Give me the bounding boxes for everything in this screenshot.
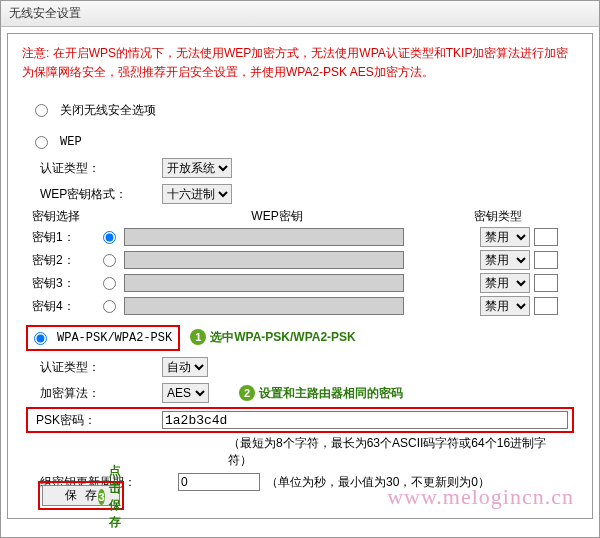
watermark-text: www.melogincn.cn	[387, 484, 574, 510]
callout-1-text: 选中WPA-PSK/WPA2-PSK	[210, 329, 356, 346]
key3-type-select[interactable]: 禁用	[480, 273, 530, 293]
callout-2: 2设置和主路由器相同的密码	[209, 385, 403, 402]
key3-radio[interactable]	[103, 277, 116, 290]
key-row-4: 密钥4： 禁用	[32, 296, 568, 316]
callout-3-text: 点击保存	[109, 463, 130, 531]
wpa-algo-label: 加密算法：	[32, 385, 162, 402]
key3-extra-box[interactable]	[534, 274, 558, 292]
key1-input[interactable]	[124, 228, 404, 246]
callout-2-text: 设置和主路由器相同的密码	[259, 385, 403, 402]
label-disable-security: 关闭无线安全选项	[50, 102, 156, 119]
key2-label: 密钥2：	[32, 252, 94, 269]
key1-extra-box[interactable]	[534, 228, 558, 246]
key4-extra-box[interactable]	[534, 297, 558, 315]
key2-radio[interactable]	[103, 254, 116, 267]
callout-1: 1选中WPA-PSK/WPA2-PSK	[190, 329, 356, 346]
wep-auth-label: 认证类型：	[32, 160, 162, 177]
key1-label: 密钥1：	[32, 229, 94, 246]
key3-label: 密钥3：	[32, 275, 94, 292]
settings-panel: 注意: 在开启WPS的情况下，无法使用WEP加密方式，无法使用WPA认证类型和T…	[7, 33, 593, 519]
callout-1-icon: 1	[190, 329, 206, 345]
key-column-header: WEP密钥	[172, 208, 382, 225]
label-wep: WEP	[50, 135, 82, 149]
window-title: 无线安全设置	[1, 1, 599, 27]
key-row-1: 密钥1： 禁用	[32, 227, 568, 247]
key1-radio[interactable]	[103, 231, 116, 244]
wpa-auth-label: 认证类型：	[32, 359, 162, 376]
note-line-1: 注意: 在开启WPS的情况下，无法使用WEP加密方式，无法使用WPA认证类型和T…	[22, 46, 568, 60]
psk-input[interactable]	[162, 411, 568, 429]
callout-3: 3点击保存	[98, 463, 130, 531]
wpa-auth-select[interactable]: 自动	[162, 357, 208, 377]
callout-3-icon: 3	[98, 489, 105, 505]
key4-label: 密钥4：	[32, 298, 94, 315]
key-type-header: 密钥类型	[468, 208, 568, 225]
note-line-2: 为保障网络安全，强烈推荐开启安全设置，并使用WPA2-PSK AES加密方法。	[22, 65, 434, 79]
key4-input[interactable]	[124, 297, 404, 315]
key1-type-select[interactable]: 禁用	[480, 227, 530, 247]
psk-row-highlight: PSK密码：	[26, 407, 574, 433]
key2-extra-box[interactable]	[534, 251, 558, 269]
key2-input[interactable]	[124, 251, 404, 269]
key2-type-select[interactable]: 禁用	[480, 250, 530, 270]
label-wpa-psk: WPA-PSK/WPA2-PSK	[47, 331, 172, 345]
wep-format-select[interactable]: 十六进制	[162, 184, 232, 204]
wpa-option-highlight: WPA-PSK/WPA2-PSK	[26, 325, 180, 351]
warning-note: 注意: 在开启WPS的情况下，无法使用WEP加密方式，无法使用WPA认证类型和T…	[8, 34, 592, 98]
wep-auth-select[interactable]: 开放系统	[162, 158, 232, 178]
window: 无线安全设置 注意: 在开启WPS的情况下，无法使用WEP加密方式，无法使用WP…	[0, 0, 600, 538]
group-key-input[interactable]	[178, 473, 260, 491]
key-select-label: 密钥选择	[32, 208, 172, 225]
radio-wpa-psk[interactable]	[34, 332, 47, 345]
callout-2-icon: 2	[239, 385, 255, 401]
radio-wep[interactable]	[35, 136, 48, 149]
radio-disable-security[interactable]	[35, 104, 48, 117]
key-row-3: 密钥3： 禁用	[32, 273, 568, 293]
key4-type-select[interactable]: 禁用	[480, 296, 530, 316]
wpa-algo-select[interactable]: AES	[162, 383, 209, 403]
psk-label: PSK密码：	[32, 412, 162, 429]
key4-radio[interactable]	[103, 300, 116, 313]
key-row-2: 密钥2： 禁用	[32, 250, 568, 270]
wep-format-label: WEP密钥格式：	[32, 186, 162, 203]
key3-input[interactable]	[124, 274, 404, 292]
